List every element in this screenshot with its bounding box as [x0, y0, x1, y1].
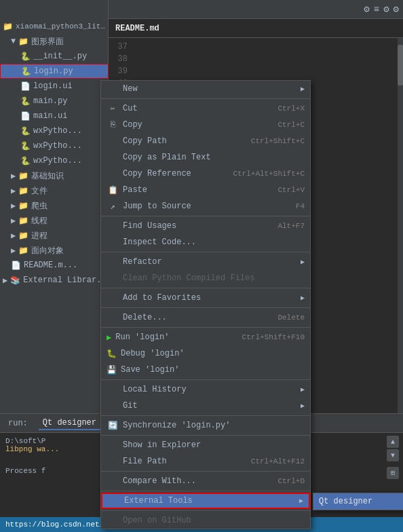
menu-item-history[interactable]: Local History ▶: [101, 381, 310, 398]
paste-icon: 📋: [107, 185, 119, 195]
menu-item-explorer[interactable]: Show in Explorer: [101, 437, 310, 453]
menu-item-git[interactable]: Git ▶: [101, 398, 310, 414]
tree-item-wx2[interactable]: 🐍 wxPytho...: [0, 138, 109, 153]
filepath-label: File Path: [123, 457, 251, 466]
cut-icon: ✂: [107, 104, 119, 114]
root-label: xiaomai_python3_little_by: [16, 22, 109, 31]
refactor-arrow: ▶: [301, 258, 305, 266]
external-tools-submenu: Qt designer: [313, 493, 403, 510]
extlib-label: External Librar...: [23, 276, 109, 285]
compare-shortcut: Ctrl+D: [277, 477, 305, 485]
code-line: [132, 65, 403, 77]
tri-icon3: ▶: [11, 201, 16, 211]
sync-icon: 🔄: [107, 421, 119, 431]
menu-item-copy-ref[interactable]: Copy Reference Ctrl+Alt+Shift+C: [101, 166, 310, 182]
tree-item-main[interactable]: 🐍 main.py: [0, 94, 109, 109]
tree-item-files[interactable]: ▶ 📁 文件: [0, 183, 109, 198]
copy-ref-label: Copy Reference: [123, 169, 233, 178]
menu-item-filepath[interactable]: File Path Ctrl+Alt+F12: [101, 453, 310, 470]
arrow-down[interactable]: ▼: [387, 449, 399, 461]
menu-item-jump[interactable]: ↗ Jump to Source F4: [101, 198, 310, 214]
save-label: Save 'login': [121, 365, 305, 375]
submenu-item-qt[interactable]: Qt designer: [313, 493, 403, 510]
copy-plain-label: Copy as Plain Text: [123, 153, 305, 162]
menu-item-compare[interactable]: Compare With... Ctrl+D: [101, 473, 310, 489]
tree-item-main-ui[interactable]: 📄 main.ui: [0, 109, 109, 124]
menu-item-new[interactable]: New ▶: [101, 81, 310, 97]
menu-item-paste[interactable]: 📋 Paste Ctrl+V: [101, 182, 310, 198]
menu-item-external-tools[interactable]: External Tools ▶ Qt designer: [101, 493, 310, 509]
folder-icon: 📁: [3, 22, 13, 32]
copy-label: Copy: [123, 120, 277, 130]
menu-item-copy-path[interactable]: Copy Path Ctrl+Shift+C: [101, 133, 310, 149]
menu-item-refactor[interactable]: Refactor ▶: [101, 254, 310, 270]
process-label: 进程: [31, 230, 47, 242]
tree-item-wx1[interactable]: 🐍 wxPytho...: [0, 124, 109, 138]
menu-item-favorites[interactable]: Add to Favorites ▶: [101, 290, 310, 306]
run-arrows: ▲ ▼ ⊞: [387, 436, 399, 479]
tree-item-graphics[interactable]: ▼ 📁 图形界面: [0, 34, 109, 49]
wx2-label: wxPytho...: [33, 141, 82, 151]
tree-item-basics[interactable]: ▶ 📁 基础知识: [0, 168, 109, 183]
tree-item-login[interactable]: 🐍 login.py: [0, 64, 109, 79]
menu-item-copy-plain[interactable]: Copy as Plain Text: [101, 149, 310, 166]
scrollbar-thumb[interactable]: [398, 45, 403, 86]
menu-item-save[interactable]: 💾 Save 'login': [101, 362, 310, 378]
run-tab-qt[interactable]: Qt designer: [39, 417, 100, 430]
delete-label: Delete...: [123, 313, 277, 322]
line-num: 37: [109, 41, 128, 53]
menu-item-inspect[interactable]: Inspect Code...: [101, 234, 310, 250]
save-icon: 💾: [107, 365, 117, 375]
settings-icon[interactable]: ⚙: [364, 3, 369, 15]
copy-shortcut: Ctrl+C: [277, 121, 305, 129]
gear-icon[interactable]: ⚙: [383, 3, 389, 15]
cut-label: Cut: [123, 104, 277, 113]
tree-item-oop[interactable]: ▶ 📁 面向对象: [0, 243, 109, 258]
tree-item-thread[interactable]: ▶ 📁 线程: [0, 213, 109, 228]
jump-label: Jump to Source: [123, 202, 296, 211]
menu-item-run[interactable]: ▶ Run 'login' Ctrl+Shift+F10: [101, 329, 310, 345]
ui-icon: 📄: [20, 81, 31, 92]
separator: [101, 307, 310, 308]
basics-label: 基础知识: [31, 170, 64, 182]
tree-item-extlib[interactable]: ▶ 📚 External Librar...: [0, 273, 109, 288]
folder-icon6: 📁: [18, 216, 28, 226]
tri-icon2: ▶: [11, 186, 16, 196]
find-shortcut: Alt+F7: [277, 222, 305, 230]
thread-label: 线程: [31, 215, 47, 227]
menu-icon[interactable]: ≡: [374, 4, 379, 15]
lib-icon: 📚: [10, 276, 20, 286]
tree-item-login-ui[interactable]: 📄 login.ui: [0, 79, 109, 94]
tree-item-spider[interactable]: ▶ 📁 爬虫: [0, 198, 109, 213]
spacer: [387, 463, 399, 466]
qt-designer-label: Qt designer: [319, 497, 372, 506]
run-tab-run[interactable]: run:: [4, 417, 32, 430]
compare-label: Compare With...: [123, 476, 277, 486]
tri-icon7: ▶: [3, 276, 7, 286]
arrow-up[interactable]: ▲: [387, 436, 399, 448]
py-icon6: 🐍: [20, 156, 31, 166]
code-line: [132, 53, 403, 65]
tree-item-init[interactable]: 🐍 __init__.py: [0, 49, 109, 64]
gear2-icon[interactable]: ⚙: [394, 3, 399, 15]
menu-item-github[interactable]: Open on GitHub: [101, 512, 310, 529]
menu-item-find[interactable]: Find Usages Alt+F7: [101, 218, 310, 234]
tab-name[interactable]: README.md: [115, 24, 159, 33]
tree-root[interactable]: 📁 xiaomai_python3_little_by: [0, 19, 109, 34]
refactor-label: Refactor: [123, 257, 298, 267]
tree-item-wx3[interactable]: 🐍 wxPytho...: [0, 153, 109, 168]
menu-item-copy[interactable]: ⎘ Copy Ctrl+C: [101, 117, 310, 133]
delete-shortcut: Delete: [277, 314, 305, 322]
menu-item-delete[interactable]: Delete... Delete: [101, 309, 310, 326]
menu-item-cut[interactable]: ✂ Cut Ctrl+X: [101, 100, 310, 117]
separator: [101, 327, 310, 328]
favorites-arrow: ▶: [301, 294, 305, 302]
menu-item-debug[interactable]: 🐛 Debug 'login': [101, 345, 310, 362]
tree-item-process[interactable]: ▶ 📁 进程: [0, 228, 109, 243]
menu-item-clean[interactable]: Clean Python Compiled Files: [101, 270, 310, 286]
menu-item-sync[interactable]: 🔄 Synchronize 'login.py': [101, 417, 310, 434]
jump-icon: ↗: [107, 202, 119, 212]
tree-item-readme[interactable]: 📄 README.m...: [0, 258, 109, 273]
folder-icon8: 📁: [18, 246, 28, 256]
terminal-icon[interactable]: ⊞: [387, 467, 399, 479]
